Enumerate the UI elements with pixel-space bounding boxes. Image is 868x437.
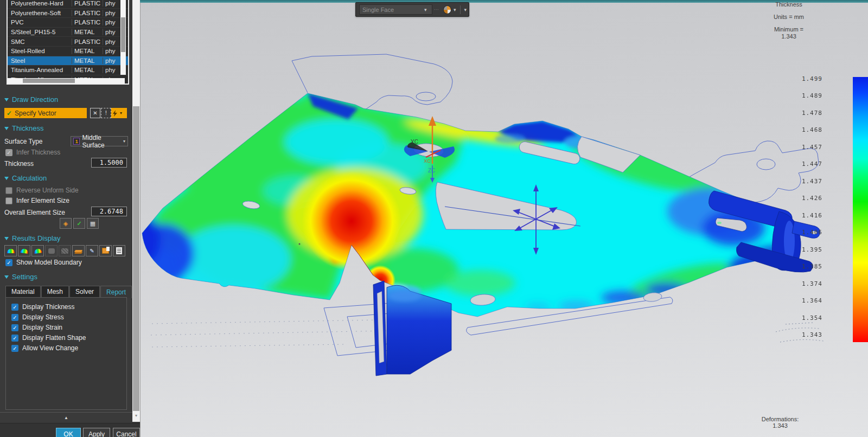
legend-tick: 1.385 [784, 263, 822, 270]
material-list-hscrollbar[interactable] [8, 78, 125, 83]
display-stress-checkbox[interactable] [11, 314, 18, 321]
material-row[interactable]: S/Steel_PH15-5 METAL phy [8, 28, 128, 37]
material-row[interactable]: PVC PLASTIC phy [8, 18, 128, 28]
infer-element-size-checkbox[interactable] [5, 197, 12, 204]
display-strain-row[interactable]: Display Strain [11, 324, 62, 331]
surface-type-dropdown[interactable]: 1 Middle Surface ▾ [71, 136, 128, 146]
reverse-unform-side-checkbox[interactable] [5, 187, 12, 194]
chevron-down-icon[interactable]: ▾ [454, 7, 456, 12]
middle-surface-icon: 1 [73, 138, 80, 145]
tab-material[interactable]: Material [5, 286, 41, 297]
material-row[interactable]: SMC PLASTIC phy [8, 37, 128, 47]
infer-element-size-row[interactable]: Infer Element Size [5, 197, 69, 204]
dialog-collapse-handle[interactable]: ▲ [0, 412, 132, 422]
calculator-button[interactable]: ▦ [87, 218, 99, 229]
display-thickness-row[interactable]: Display Thickness [11, 303, 74, 311]
scrollbar-thumb[interactable] [23, 79, 75, 83]
legend-tick: 1.395 [784, 246, 822, 253]
reverse-unform-side-row[interactable]: Reverse Unform Side [5, 187, 79, 194]
display-thickness-button[interactable] [4, 245, 17, 256]
material-row[interactable]: Titanium-Annealed METAL phy [8, 66, 128, 75]
display-thickness-checkbox[interactable] [11, 304, 18, 311]
material-row[interactable]: Polyurethene-Soft PLASTIC phy [8, 9, 128, 18]
face-selector-value: Single Face [362, 7, 394, 13]
face-selector-dropdown[interactable]: Single Face ▾ [359, 4, 432, 15]
viewport-3d-model[interactable]: YC XC ZC [140, 3, 868, 437]
tab-report[interactable]: Report [100, 286, 132, 298]
fringe-units: Units = mm [751, 14, 827, 21]
material-list-vscrollbar[interactable] [120, 0, 126, 75]
apply-button[interactable]: Apply [83, 428, 110, 437]
display-strain-button[interactable] [31, 245, 44, 256]
material-row[interactable]: Steel-Rolled METAL phy [8, 47, 128, 56]
legend-tick: 1.499 [784, 75, 822, 82]
report-document-icon [116, 247, 122, 254]
display-mesh-button [59, 245, 71, 256]
display-stress-row[interactable]: Display Stress [11, 313, 64, 321]
clear-vector-button[interactable]: ✕ [90, 108, 100, 118]
section-draw-direction[interactable]: Draw Direction [4, 95, 58, 104]
one-step-analysis-dialog: Polyurethene-Hard PLASTIC phy Polyurethe… [0, 0, 140, 437]
allow-view-change-checkbox[interactable] [11, 345, 18, 352]
material-row-selected[interactable]: Steel METAL phy [8, 56, 128, 66]
mesh-surface-button[interactable]: ◈ [60, 218, 72, 229]
display-flatten-shape-button[interactable] [72, 245, 85, 256]
panel-scrollbar[interactable]: ▾ [132, 0, 140, 422]
thickness-label: Thickness [4, 160, 34, 168]
section-thickness[interactable]: Thickness [4, 124, 44, 132]
display-stress-button[interactable] [18, 245, 30, 256]
scrollbar-thumb[interactable] [121, 17, 125, 52]
deformations-block: Deformations: 1.343 [746, 416, 814, 429]
infer-thickness-checkbox[interactable] [5, 149, 12, 156]
wcs-yc-label: YC [411, 139, 418, 145]
reverse-direction-button[interactable]: ! [101, 108, 111, 118]
ok-button[interactable]: OK [56, 428, 81, 437]
specify-vector-field[interactable]: ✓ Specify Vector [4, 108, 87, 118]
gray-mesh-icon [61, 248, 68, 254]
material-row[interactable]: Polyurethene-Hard PLASTIC phy [8, 0, 128, 9]
surface-type-label: Surface Type [4, 138, 43, 145]
collapse-triangle-icon [4, 237, 9, 240]
material-list[interactable]: Polyurethene-Hard PLASTIC phy Polyurethe… [7, 0, 129, 85]
flatten-layers-icon [74, 250, 82, 252]
gray-shape-icon [48, 248, 55, 254]
edit-display-button[interactable]: ✎ [86, 245, 98, 256]
tab-solver[interactable]: Solver [69, 286, 100, 297]
chevron-down-icon: ▾ [424, 7, 427, 12]
show-model-boundary-row[interactable]: Show Model Boundary [5, 259, 82, 266]
scrollbar-thumb[interactable] [133, 106, 139, 411]
infer-thickness-row[interactable]: Infer Thickness [5, 149, 60, 156]
deformations-value: 1.343 [746, 422, 814, 429]
export-shape-button[interactable] [99, 245, 112, 256]
wcs-xc-label: XC [424, 158, 431, 164]
collapse-triangle-icon [4, 177, 9, 180]
section-settings[interactable]: Settings [4, 273, 37, 281]
section-results-display[interactable]: Results Display [4, 234, 61, 242]
cancel-button[interactable]: Cancel [113, 428, 140, 437]
display-flatten-shape-row[interactable]: Display Flatten Shape [11, 334, 86, 342]
show-model-boundary-checkbox[interactable] [5, 259, 12, 266]
chevron-up-icon: ▲ [64, 415, 68, 420]
mesh-surface-icon: ◈ [63, 220, 68, 227]
snap-point-icon[interactable] [443, 5, 451, 14]
chevron-down-icon[interactable]: ▾ [464, 7, 467, 12]
display-strain-checkbox[interactable] [11, 324, 18, 331]
collapse-triangle-icon [4, 127, 9, 130]
collapse-triangle-icon [4, 98, 9, 101]
calculate-check-button[interactable]: ✓ [73, 218, 85, 229]
collapse-triangle-icon [4, 275, 9, 279]
section-calculation[interactable]: Calculation [4, 174, 47, 182]
toolbar-divider [460, 5, 461, 14]
vector-dialog-button[interactable]: ▾ [111, 108, 127, 118]
stress-contour-icon [20, 248, 28, 254]
report-button[interactable] [113, 245, 125, 256]
thickness-input[interactable] [91, 158, 127, 168]
allow-view-change-row[interactable]: Allow View Change [11, 344, 78, 352]
tab-mesh[interactable]: Mesh [41, 286, 69, 297]
scrollbar-down-arrow[interactable]: ▾ [132, 413, 140, 418]
chevron-down-icon: ▾ [123, 139, 125, 144]
overall-element-size-input[interactable] [91, 207, 127, 216]
dialog-footer: OK Apply Cancel [0, 423, 140, 437]
display-flatten-shape-checkbox[interactable] [11, 335, 18, 342]
check-icon: ✓ [7, 110, 12, 117]
